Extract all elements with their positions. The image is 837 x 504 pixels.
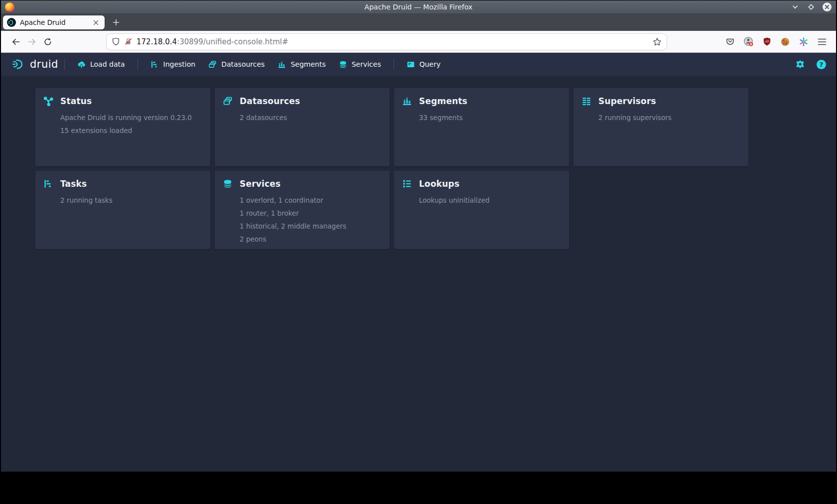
nav-separator: [394, 59, 394, 70]
card-line: 2 running tasks: [60, 194, 202, 207]
card-segments[interactable]: Segments 33 segments: [394, 88, 569, 166]
forward-button[interactable]: [24, 34, 40, 50]
console-home: Status Apache Druid is running version 0…: [1, 76, 836, 472]
toolbar-extensions: uO: [724, 36, 829, 48]
home-cards-grid: Status Apache Druid is running version 0…: [35, 88, 836, 249]
stacked-chart-icon: [278, 60, 286, 69]
window-close-button[interactable]: [822, 2, 832, 12]
card-title: Services: [240, 179, 280, 189]
gear-icon: [795, 59, 805, 69]
url-text[interactable]: 172.18.0.4:30899/unified-console.html#: [137, 37, 649, 46]
card-title: Supervisors: [598, 96, 656, 106]
tracking-shield-icon[interactable]: [112, 37, 120, 46]
window-maximize-button[interactable]: [806, 2, 816, 12]
reload-icon: [43, 37, 52, 46]
card-title: Tasks: [60, 179, 87, 189]
druid-favicon-icon: [7, 18, 16, 27]
multi-icon: [208, 60, 217, 69]
insecure-lock-icon[interactable]: [124, 37, 133, 46]
card-status[interactable]: Status Apache Druid is running version 0…: [35, 88, 210, 166]
card-line: 33 segments: [419, 111, 561, 124]
extension-disabled-icon[interactable]: [742, 36, 754, 48]
close-icon: [822, 2, 832, 12]
card-title: Datasources: [240, 96, 300, 106]
settings-button[interactable]: [794, 58, 807, 71]
nav-item-label: Datasources: [221, 60, 265, 68]
window-controls: [790, 2, 832, 12]
card-line: 1 overlord, 1 coordinator: [240, 194, 382, 207]
card-line: 2 peons: [240, 233, 382, 246]
navbar-right: ?: [794, 58, 826, 71]
asterisk-glyph-icon: [799, 37, 809, 47]
nav-item-label: Load data: [90, 60, 125, 68]
nav-item-load-data[interactable]: Load data: [71, 56, 132, 73]
card-line: 1 historical, 2 middle managers: [240, 220, 382, 233]
druid-navbar: druid Load data: [1, 53, 836, 76]
card-title: Status: [60, 96, 92, 106]
card-line: 15 extensions loaded: [60, 124, 202, 137]
nav-item-label: Ingestion: [163, 60, 196, 68]
nav-item-label: Query: [419, 60, 441, 68]
graph-icon: [43, 96, 53, 106]
nav-item-label: Segments: [290, 60, 325, 68]
gantt-chart-icon: [150, 60, 159, 69]
nav-item-query[interactable]: Query: [400, 56, 447, 73]
console-icon: [407, 60, 415, 69]
brand-text: druid: [30, 58, 58, 70]
card-line: Lookups uninitialized: [419, 194, 561, 207]
reload-button[interactable]: [40, 34, 56, 50]
card-title: Lookups: [419, 179, 459, 189]
card-lookups[interactable]: Lookups Lookups uninitialized: [394, 171, 569, 249]
nav-item-datasources[interactable]: Datasources: [202, 56, 271, 73]
nav-separator: [64, 59, 65, 70]
card-line: Apache Druid is running version 0.23.0: [60, 111, 202, 124]
tab-bar: Apache Druid: [1, 14, 836, 31]
url-bar[interactable]: 172.18.0.4:30899/unified-console.html#: [107, 34, 667, 50]
druid-mark-icon: [12, 58, 25, 71]
hamburger-icon: [818, 38, 827, 46]
card-line: 2 running supervisors: [598, 111, 740, 124]
url-path: :30899/unified-console.html#: [177, 37, 288, 46]
nav-item-ingestion[interactable]: Ingestion: [144, 56, 202, 73]
ublock-origin-icon[interactable]: uO: [761, 36, 773, 48]
firefox-window: Apache Druid — Mozilla Firefox: [1, 0, 836, 472]
multi-icon: [223, 96, 233, 106]
database-icon: [223, 179, 233, 189]
colorful-asterisk-extension-icon[interactable]: [798, 36, 810, 48]
help-button[interactable]: ?: [817, 60, 826, 69]
card-line: 2 datasources: [240, 111, 382, 124]
back-button[interactable]: [8, 34, 24, 50]
nav-item-segments[interactable]: Segments: [271, 56, 332, 73]
list-columns-icon: [581, 96, 591, 106]
window-titlebar[interactable]: Apache Druid — Mozilla Firefox: [1, 0, 836, 14]
pocket-icon[interactable]: [724, 36, 736, 48]
bookmark-star-icon[interactable]: [653, 37, 662, 46]
tab-apache-druid[interactable]: Apache Druid: [3, 15, 105, 29]
window-title: Apache Druid — Mozilla Firefox: [1, 3, 836, 11]
card-datasources[interactable]: Datasources 2 datasources: [215, 88, 390, 166]
menu-button[interactable]: [816, 36, 828, 48]
card-supervisors[interactable]: Supervisors 2 running supervisors: [573, 88, 748, 166]
question-mark-icon: ?: [820, 61, 824, 68]
shield-glyph-icon: uO: [762, 37, 772, 46]
back-arrow-icon: [11, 37, 20, 46]
window-minimize-button[interactable]: [790, 2, 800, 12]
card-title: Segments: [419, 96, 467, 106]
cookie-glyph-icon: [780, 37, 790, 47]
tab-close-button[interactable]: [91, 17, 101, 27]
forward-arrow-icon: [27, 37, 36, 46]
druid-logo[interactable]: druid: [12, 58, 58, 71]
cloud-upload-icon: [77, 60, 86, 69]
pocket-glyph-icon: [725, 37, 735, 46]
chevron-down-icon: [792, 3, 799, 10]
new-tab-button[interactable]: [109, 15, 124, 29]
database-icon: [339, 60, 347, 69]
cookie-extension-icon[interactable]: [779, 36, 791, 48]
card-tasks[interactable]: Tasks 2 running tasks: [35, 171, 210, 249]
stacked-chart-icon: [402, 96, 412, 106]
desktop: Apache Druid — Mozilla Firefox: [0, 0, 837, 504]
nav-item-services[interactable]: Services: [332, 56, 388, 73]
card-services[interactable]: Services 1 overlord, 1 coordinator 1 rou…: [215, 171, 390, 249]
extension-glyph-icon: [743, 36, 754, 47]
navigation-toolbar: 172.18.0.4:30899/unified-console.html#: [1, 31, 836, 53]
